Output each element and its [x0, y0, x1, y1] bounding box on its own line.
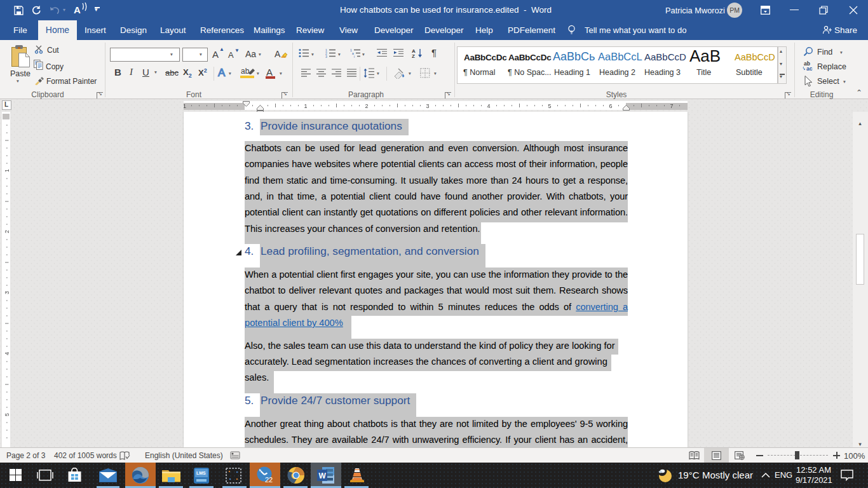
svg-text:ac: ac — [806, 65, 813, 71]
svg-text:22: 22 — [265, 476, 273, 484]
svg-text:W: W — [319, 471, 327, 480]
svg-text:LMS: LMS — [196, 471, 206, 475]
svg-text:3: 3 — [325, 55, 327, 58]
svg-text:i: i — [354, 55, 355, 58]
svg-text:Z: Z — [412, 53, 415, 58]
